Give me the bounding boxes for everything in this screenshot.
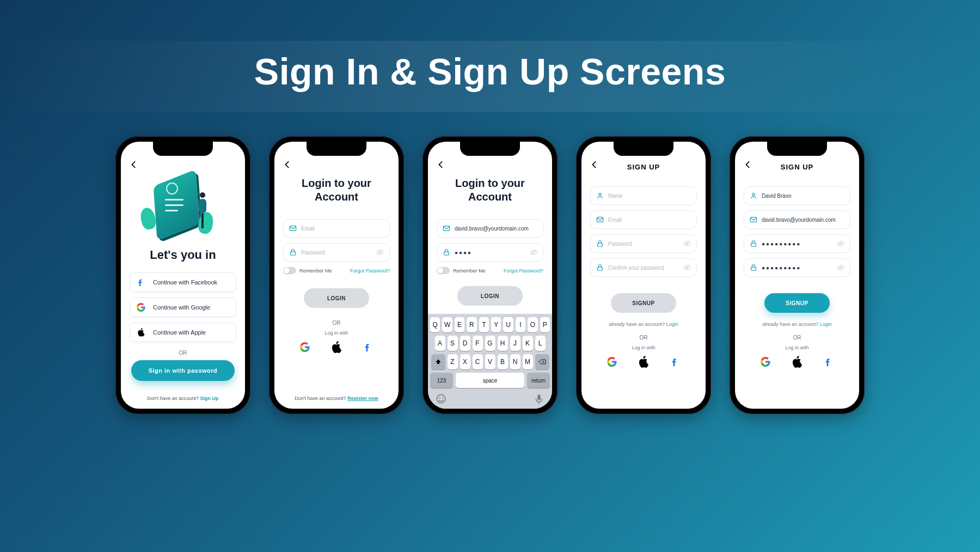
key-return[interactable]: return (527, 373, 550, 388)
back-button[interactable] (130, 160, 143, 171)
key-n[interactable]: N (510, 354, 520, 369)
key-b[interactable]: B (498, 354, 508, 369)
password-field[interactable]: Password (590, 234, 697, 253)
password-field[interactable]: ●●●● (437, 243, 543, 262)
email-field[interactable]: Email (590, 210, 697, 229)
key-g[interactable]: G (485, 336, 495, 351)
email-value: david.bravo@yourdomain.com (455, 226, 537, 232)
login-link[interactable]: Login (666, 322, 678, 327)
login-button[interactable]: LOGIN (457, 286, 523, 306)
key-u[interactable]: U (503, 317, 513, 332)
login-prompt-text: already have an account? (762, 322, 820, 327)
keyboard: QWERTYUIOP ASDFGHJKL ZXCVBNM 123 space r… (428, 314, 552, 409)
key-backspace[interactable] (535, 354, 549, 369)
facebook-login-icon[interactable] (824, 357, 834, 367)
back-button[interactable] (744, 160, 757, 171)
continue-facebook-button[interactable]: Continue with Facebook (130, 272, 236, 292)
back-button[interactable] (437, 160, 450, 171)
name-field[interactable]: David Bravo (744, 186, 850, 205)
continue-facebook-label: Continue with Facebook (153, 279, 217, 286)
remember-toggle[interactable] (283, 267, 296, 274)
eye-icon[interactable] (683, 264, 691, 271)
register-link[interactable]: Register now (347, 396, 378, 401)
key-y[interactable]: Y (491, 317, 501, 332)
welcome-heading: Let's you in (130, 247, 236, 263)
key-o[interactable]: O (528, 317, 537, 332)
or-divider: OR (744, 335, 850, 341)
eye-icon[interactable] (837, 264, 844, 271)
login-heading: Login to your Account (283, 177, 390, 204)
forgot-password-link[interactable]: Forgot Password? (504, 268, 543, 274)
facebook-login-icon[interactable] (363, 342, 373, 352)
key-h[interactable]: H (498, 336, 508, 351)
forgot-password-link[interactable]: Forgot Password? (350, 268, 390, 274)
signin-password-button[interactable]: Sign in with password (131, 360, 235, 381)
confirm-password-field[interactable]: ●●●●●●●●● (744, 258, 850, 277)
key-s[interactable]: S (448, 336, 458, 351)
key-z[interactable]: Z (448, 354, 458, 369)
emoji-icon[interactable] (436, 393, 446, 404)
notch (460, 142, 520, 156)
key-q[interactable]: Q (430, 317, 440, 332)
key-space[interactable]: space (456, 373, 524, 388)
key-i[interactable]: I (516, 317, 525, 332)
signup-button[interactable]: SIGNUP (764, 293, 830, 313)
mail-icon (443, 225, 450, 232)
key-e[interactable]: E (455, 317, 464, 332)
eye-icon[interactable] (683, 240, 691, 247)
key-x[interactable]: X (460, 354, 470, 369)
back-button[interactable] (590, 160, 603, 171)
name-field[interactable]: Name (590, 186, 697, 205)
key-shift[interactable] (431, 354, 445, 369)
eye-icon[interactable] (530, 248, 537, 256)
signup-title: SIGN UP (781, 163, 813, 171)
signup-link[interactable]: Sign Up (200, 396, 218, 401)
apple-login-icon[interactable] (332, 342, 341, 352)
facebook-login-icon[interactable] (670, 357, 680, 367)
email-field[interactable]: david.bravo@yourdomain.com (744, 210, 850, 229)
login-link[interactable]: Login (820, 322, 832, 327)
key-f[interactable]: F (473, 336, 483, 351)
continue-google-button[interactable]: Continue with Google (130, 298, 236, 317)
password-field[interactable]: ●●●●●●●●● (744, 234, 850, 253)
key-k[interactable]: K (523, 336, 533, 351)
password-field[interactable]: Password (283, 243, 390, 262)
phone-login-empty: Login to your Account Email Password (269, 136, 404, 414)
password-value: ●●●● (455, 250, 525, 256)
login-button[interactable]: LOGIN (304, 288, 369, 308)
confirm-placeholder: Confirm your password (608, 265, 679, 271)
key-v[interactable]: V (485, 354, 495, 369)
email-field[interactable]: david.bravo@yourdomain.com (437, 219, 543, 238)
key-w[interactable]: W (442, 317, 452, 332)
key-r[interactable]: R (467, 317, 476, 332)
key-p[interactable]: P (540, 317, 550, 332)
confirm-password-field[interactable]: Confirm your password (590, 258, 697, 277)
email-placeholder: Email (608, 217, 691, 223)
signup-button[interactable]: SIGNUP (611, 293, 676, 313)
remember-toggle[interactable] (437, 267, 450, 274)
register-prompt-text: Don't have an account? (295, 396, 347, 401)
eye-icon[interactable] (376, 248, 384, 256)
email-field[interactable]: Email (283, 219, 390, 238)
key-m[interactable]: M (523, 354, 533, 369)
key-c[interactable]: C (473, 354, 483, 369)
register-prompt: Don't have an account? Register now (274, 396, 399, 401)
lock-icon (289, 248, 297, 256)
apple-login-icon[interactable] (792, 357, 802, 367)
key-t[interactable]: T (479, 317, 489, 332)
key-l[interactable]: L (535, 336, 546, 351)
back-button[interactable] (283, 160, 296, 171)
continue-apple-button[interactable]: Continue with Apple (130, 323, 236, 342)
apple-login-icon[interactable] (639, 357, 648, 367)
google-login-icon[interactable] (607, 357, 617, 367)
google-login-icon[interactable] (300, 342, 310, 352)
eye-icon[interactable] (837, 240, 844, 247)
key-a[interactable]: A (435, 336, 445, 351)
mail-icon (750, 216, 757, 223)
mic-icon[interactable] (534, 393, 544, 404)
key-d[interactable]: D (460, 336, 470, 351)
key-123[interactable]: 123 (430, 373, 453, 388)
key-j[interactable]: J (510, 336, 520, 351)
google-login-icon[interactable] (761, 357, 770, 367)
login-prompt-text: already have an account? (609, 322, 666, 327)
